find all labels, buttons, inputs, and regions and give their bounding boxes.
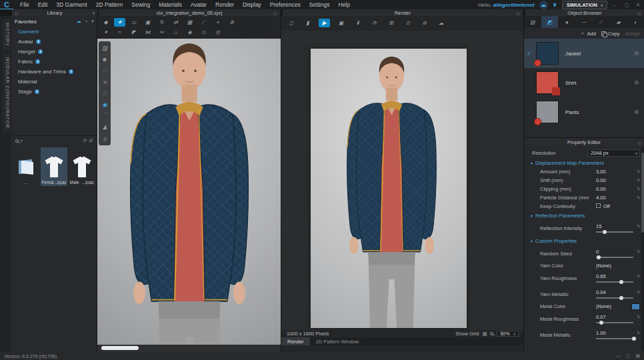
metal-roughness-value[interactable]: 0.07 xyxy=(596,314,633,320)
snapshot-icon[interactable]: ▨ xyxy=(99,43,111,53)
fit-check-icon[interactable]: ◈ xyxy=(184,28,195,37)
library-thumbnail[interactable]: ... xyxy=(13,147,39,186)
avatar-head-icon[interactable]: ☻ xyxy=(99,55,111,64)
reflection-intensity-value[interactable]: 15 xyxy=(596,223,633,229)
grid-display-icon[interactable]: ∷ xyxy=(99,89,111,98)
tab-puckering[interactable]: ▰ xyxy=(610,16,627,28)
seam-display-icon[interactable]: ⌒ xyxy=(99,111,111,121)
metal-roughness-slider[interactable] xyxy=(596,322,633,323)
panel-detach-icon[interactable]: ◱ xyxy=(637,11,641,15)
sewing-tool-icon[interactable]: ≈ xyxy=(114,28,125,37)
panel-detach-icon[interactable]: ◱ xyxy=(637,140,641,145)
edit-pencil-icon[interactable]: ✎ xyxy=(633,224,640,229)
render-panel-tab[interactable]: Render ◱ xyxy=(283,9,523,16)
edit-pencil-icon[interactable]: ✎ xyxy=(633,331,640,336)
edit-pencil-icon[interactable]: ✎ xyxy=(633,249,640,255)
window-close-icon[interactable]: ✕ xyxy=(635,2,641,8)
menu-item[interactable]: Display xyxy=(243,1,261,8)
chevron-down-icon[interactable]: ▾ xyxy=(93,11,95,15)
render-canvas[interactable] xyxy=(281,31,524,330)
steam-tool-icon[interactable]: ♨ xyxy=(170,28,181,37)
tack-tool-icon[interactable]: ⋈ xyxy=(142,28,153,37)
garment-row[interactable]: ✓ Shirt ▤ xyxy=(524,68,644,97)
tab-scene[interactable]: ▤ xyxy=(524,16,541,28)
assign-button[interactable]: Assign xyxy=(625,31,640,37)
avatar-3d-view[interactable] xyxy=(97,39,281,352)
garment-display-icon[interactable]: ◉ xyxy=(99,100,111,109)
tab-garment[interactable]: ◩ xyxy=(541,16,559,28)
window-restore-icon[interactable]: ◻ xyxy=(623,2,630,8)
metal-metallic-value[interactable]: 1.00 xyxy=(596,330,633,336)
row-options-icon[interactable]: ▤ xyxy=(634,109,639,115)
scrollbar-thumb[interactable] xyxy=(641,153,644,233)
modular-configurator-rail-tab[interactable]: MODULAR CONFIGURATOR xyxy=(3,53,10,132)
list-view-icon[interactable]: ☰ xyxy=(89,138,93,143)
cloud-render-icon[interactable]: ☁ xyxy=(435,19,447,27)
checkbox-icon[interactable] xyxy=(596,203,601,208)
search-icon[interactable] xyxy=(15,139,19,143)
cloud-sync-icon[interactable]: ☁ xyxy=(539,1,548,9)
menu-item[interactable]: Avatar xyxy=(191,1,207,8)
scissors-icon[interactable]: ✂ xyxy=(156,28,167,37)
tab-more[interactable]: ◗ xyxy=(627,16,644,28)
pin-tool-icon[interactable]: ⌖ xyxy=(212,18,223,27)
rotate-pattern-icon[interactable]: ↻ xyxy=(156,18,167,27)
random-seed-value[interactable]: 0 xyxy=(596,249,633,255)
layout-quad-icon[interactable]: ▦ xyxy=(635,353,640,359)
edit-pencil-icon[interactable]: ✎ xyxy=(633,187,640,192)
simulate-icon[interactable]: ◆ xyxy=(100,18,111,27)
pen-tool-icon[interactable]: ∕ xyxy=(198,18,209,27)
metal-metallic-slider[interactable] xyxy=(596,338,633,339)
library-item[interactable]: Stage ⬇ xyxy=(11,87,97,97)
refresh-icon[interactable]: ⟳ xyxy=(83,138,87,143)
row-options-icon[interactable]: ▤ xyxy=(634,51,639,56)
tab-2d-pattern-window[interactable]: 2D Pattern Window xyxy=(310,337,365,345)
menu-item[interactable]: Settings xyxy=(309,1,330,8)
particle-distance-value[interactable]: 4.00 xyxy=(596,195,633,201)
library-item[interactable]: Garment ⬇ xyxy=(11,27,97,37)
zoom-level-select[interactable]: 50% ▾ xyxy=(497,331,519,337)
edit-pencil-icon[interactable]: ✎ xyxy=(633,169,640,175)
tab-fabric[interactable]: ● xyxy=(558,16,575,28)
fabric-swatch[interactable] xyxy=(536,71,559,94)
yarn-roughness-value[interactable]: 0.65 xyxy=(596,273,633,279)
yarn-metallic-value[interactable]: 0.04 xyxy=(596,289,633,295)
pause-render-icon[interactable]: ▮ xyxy=(302,19,313,27)
avatar-tape-icon[interactable]: ≍ xyxy=(99,77,111,87)
object-browser-tab[interactable]: Object Browser ◱ xyxy=(525,9,644,16)
panel-detach-icon[interactable]: ◱ xyxy=(15,11,19,15)
menu-item[interactable]: Sewing xyxy=(131,1,150,8)
yarn-metallic-slider[interactable] xyxy=(596,297,633,299)
section-reflection[interactable]: ▾Reflection Parameters xyxy=(524,211,644,220)
layout-split-icon[interactable]: ◫ xyxy=(626,353,631,359)
panel-detach-icon[interactable]: ◱ xyxy=(516,11,520,15)
library-item[interactable]: Fabric ⬇ xyxy=(11,57,97,67)
avatar-display-icon[interactable]: ♟ xyxy=(99,123,111,132)
flip-pattern-icon[interactable]: ⇄ xyxy=(170,18,181,27)
reflection-intensity-slider[interactable] xyxy=(596,231,633,233)
menu-item[interactable]: File xyxy=(20,1,29,8)
stop-render-icon[interactable]: ◻ xyxy=(285,19,297,27)
history-rail-tab[interactable]: HISTORY xyxy=(3,19,10,51)
box-select-icon[interactable]: ▭ xyxy=(128,18,139,27)
cloud-library-icon[interactable]: ☁ xyxy=(76,19,81,24)
document-tab[interactable]: clo_integration_demo_05.zprj ◱ xyxy=(99,9,280,16)
menu-item[interactable]: Render xyxy=(215,1,234,8)
garment-row[interactable]: ✓ Jacket ▤ xyxy=(524,39,644,68)
camera-view-icon[interactable]: ⊙ xyxy=(402,19,413,27)
sync-render-icon[interactable]: ⟳ xyxy=(369,19,380,27)
fold-arrangement-icon[interactable]: ◤ xyxy=(128,28,139,37)
fabric-swatch[interactable] xyxy=(536,42,559,65)
add-user-icon[interactable]: ＋ xyxy=(83,18,88,25)
camera-add-icon[interactable]: ⊞ xyxy=(385,19,397,27)
tab-topstitch[interactable]: ∕ xyxy=(593,16,610,28)
tab-render-window[interactable]: Render xyxy=(281,337,310,345)
bind-tool-icon[interactable]: ◎ xyxy=(212,28,223,37)
clo-set-icon[interactable]: ∨ xyxy=(553,1,557,8)
menu-item[interactable]: 3D Garment xyxy=(56,1,87,8)
section-technical[interactable]: ▸Technical Parameters xyxy=(524,343,644,346)
fabric-swatch[interactable] xyxy=(536,101,559,123)
property-editor-scrollbar[interactable] xyxy=(641,147,644,351)
grab-tool-icon[interactable]: ⊕ xyxy=(226,18,237,27)
random-seed-slider[interactable] xyxy=(596,257,633,258)
